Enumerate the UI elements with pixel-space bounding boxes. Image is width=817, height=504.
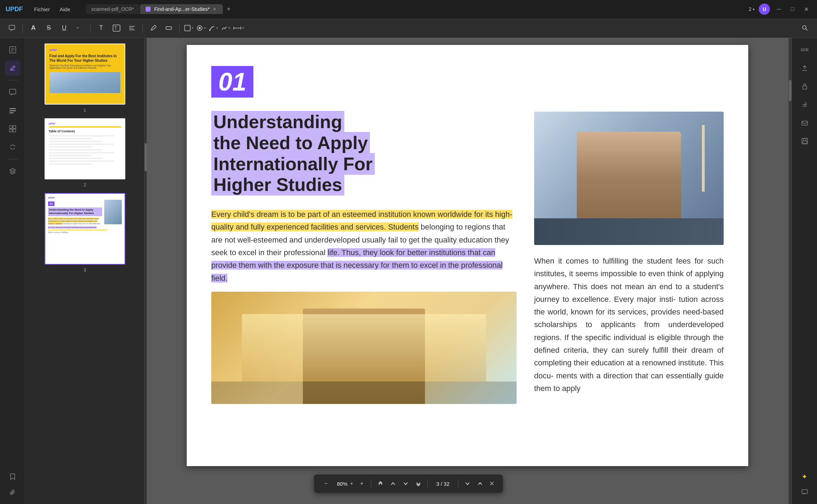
- shape-toolbar-btn[interactable]: ▾: [184, 25, 193, 32]
- brush-toolbar-btn[interactable]: ▾: [208, 25, 218, 32]
- sidebar-icon-email[interactable]: [797, 115, 812, 131]
- sidebar-icon-form[interactable]: [5, 103, 20, 118]
- separator-4: [179, 23, 180, 33]
- svg-text:T: T: [114, 26, 117, 31]
- nav-separator-2: [427, 479, 428, 488]
- tab-label-1: scanned-pdf_OCR*: [91, 6, 134, 12]
- menu-aide[interactable]: Aide: [55, 5, 74, 14]
- nav-separator-3: [458, 479, 458, 488]
- svg-rect-27: [13, 126, 16, 128]
- textbox-toolbar-btn[interactable]: T: [110, 22, 123, 34]
- thumb1-title: Find and Apply For the Best Institutes I…: [49, 54, 120, 63]
- nav-expand-down-btn[interactable]: [461, 477, 474, 490]
- minimize-button[interactable]: ─: [774, 5, 784, 14]
- thumbnail-item-2[interactable]: UPDF Table of Contents 2: [45, 118, 125, 187]
- person-photo: [534, 112, 724, 245]
- chapter-title: Understanding the Need to Apply Internat…: [211, 112, 517, 195]
- nav-up-btn[interactable]: [387, 477, 399, 490]
- sidebar-icon-organize[interactable]: [5, 121, 20, 137]
- svg-point-15: [803, 26, 806, 29]
- shape-arrow-icon: ▾: [192, 26, 193, 30]
- text-toolbar-btn[interactable]: T: [95, 22, 107, 34]
- thumbnail-frame-2: UPDF Table of Contents: [45, 118, 125, 179]
- thumb3-title: Understanding the Need to Apply Internat…: [48, 207, 102, 216]
- svg-rect-36: [802, 490, 808, 493]
- thumb3-logo: UPDF: [48, 197, 122, 199]
- separator-2: [90, 23, 91, 33]
- svg-point-10: [199, 27, 201, 29]
- zoom-in-btn[interactable]: +: [356, 477, 368, 490]
- fill-toolbar-btn[interactable]: ▾: [196, 25, 206, 32]
- align-toolbar-btn[interactable]: [126, 22, 138, 34]
- brush-arrow-icon: ▾: [216, 26, 218, 30]
- sidebar-icon-pages[interactable]: [5, 42, 20, 58]
- nav-down-btn[interactable]: [399, 477, 412, 490]
- tab-close-btn[interactable]: ✕: [212, 6, 217, 12]
- svg-rect-8: [185, 25, 190, 31]
- zoom-out-btn[interactable]: −: [320, 477, 332, 490]
- thumbnail-number-2: 2: [84, 182, 86, 187]
- wavy-toolbar-btn[interactable]: ~: [73, 22, 86, 34]
- separator-1: [22, 23, 23, 33]
- navigation-bar: − 80% ▾ + 3 / 32 ✕: [314, 475, 503, 493]
- search-toolbar-btn[interactable]: [799, 22, 811, 34]
- highlight-toolbar-btn[interactable]: A: [27, 22, 40, 34]
- sidebar-icon-edit[interactable]: [5, 60, 20, 76]
- sidebar-icon-save[interactable]: [797, 133, 812, 149]
- bottom-photo: [211, 292, 517, 404]
- pdf-content-area[interactable]: 01 Understanding the Need to Apply: [147, 38, 788, 504]
- erase-toolbar-btn[interactable]: [162, 22, 175, 34]
- sidebar-icon-ai[interactable]: ✦: [797, 469, 812, 484]
- sidebar-icon-comment[interactable]: [5, 85, 20, 100]
- thumb3-image: [104, 200, 122, 224]
- title-bar: UPDF Fichier Aide scanned-pdf_OCR* Find-…: [0, 0, 817, 18]
- zoom-arrow-icon[interactable]: ▾: [351, 481, 353, 486]
- pdf-scrollbar[interactable]: [788, 38, 792, 504]
- sidebar-icon-ocr[interactable]: OCR: [797, 42, 812, 58]
- sidebar-icon-bookmark[interactable]: [5, 469, 20, 484]
- comment-toolbar-btn[interactable]: [6, 22, 18, 34]
- nav-expand-up-btn[interactable]: [474, 477, 486, 490]
- right-sidebar: OCR ✦: [792, 38, 817, 504]
- svg-rect-28: [9, 129, 12, 132]
- menu-fichier[interactable]: Fichier: [30, 5, 54, 14]
- tab-add-btn[interactable]: +: [224, 4, 233, 14]
- page-info: 3 / 32: [431, 481, 455, 487]
- thumbnail-item-3[interactable]: UPDF 01 Understanding the Need to Apply …: [45, 193, 125, 273]
- measure-arrow-icon: ▾: [242, 26, 244, 30]
- nav-bottom-btn[interactable]: [412, 477, 425, 490]
- sidebar-icon-extract[interactable]: [797, 60, 812, 76]
- sign-toolbar-btn[interactable]: ▾: [221, 25, 230, 32]
- strikethrough-toolbar-btn[interactable]: S: [42, 22, 55, 34]
- sidebar-icon-attachment[interactable]: [5, 484, 20, 500]
- thumbnail-frame-3: UPDF 01 Understanding the Need to Apply …: [45, 193, 125, 265]
- nav-close-btn[interactable]: ✕: [486, 478, 497, 489]
- title-right: 2 ▾ U ─ □ ✕: [749, 4, 811, 15]
- nav-top-btn[interactable]: [374, 477, 387, 490]
- sidebar-icon-layers[interactable]: [5, 164, 20, 179]
- thumb3-content: UPDF 01 Understanding the Need to Apply …: [45, 194, 125, 264]
- thumb1-header: UPDF: [49, 48, 120, 52]
- tab-find-apply[interactable]: Find-and-Ap...er-Studies* ✕: [140, 4, 223, 14]
- measure-toolbar-btn[interactable]: ▾: [233, 25, 244, 32]
- thumbnails-panel[interactable]: UPDF Find and Apply For the Best Institu…: [25, 38, 145, 504]
- content-left: Understanding the Need to Apply Internat…: [211, 112, 517, 404]
- close-button[interactable]: ✕: [801, 5, 811, 14]
- sidebar-icon-share[interactable]: [797, 97, 812, 112]
- marker-toolbar-btn[interactable]: [147, 22, 160, 34]
- maximize-button[interactable]: □: [788, 5, 797, 14]
- sidebar-divider-1: [7, 80, 18, 80]
- user-avatar[interactable]: U: [759, 4, 770, 15]
- underline-toolbar-btn[interactable]: U: [58, 22, 71, 34]
- svg-rect-32: [802, 121, 808, 125]
- page-count-display[interactable]: 2 ▾: [749, 6, 755, 12]
- sidebar-icon-lock[interactable]: [797, 79, 812, 94]
- thumbnail-item-1[interactable]: UPDF Find and Apply For the Best Institu…: [45, 44, 125, 113]
- tab-scanned-pdf[interactable]: scanned-pdf_OCR*: [86, 4, 139, 14]
- zoom-display: 80% ▾: [332, 481, 356, 487]
- sidebar-icon-convert[interactable]: [5, 139, 20, 155]
- sidebar-icon-chat[interactable]: [797, 484, 812, 500]
- thumb2-content: UPDF Table of Contents: [45, 119, 125, 179]
- pdf-scrollbar-thumb: [789, 80, 791, 101]
- fill-arrow-icon: ▾: [204, 26, 206, 30]
